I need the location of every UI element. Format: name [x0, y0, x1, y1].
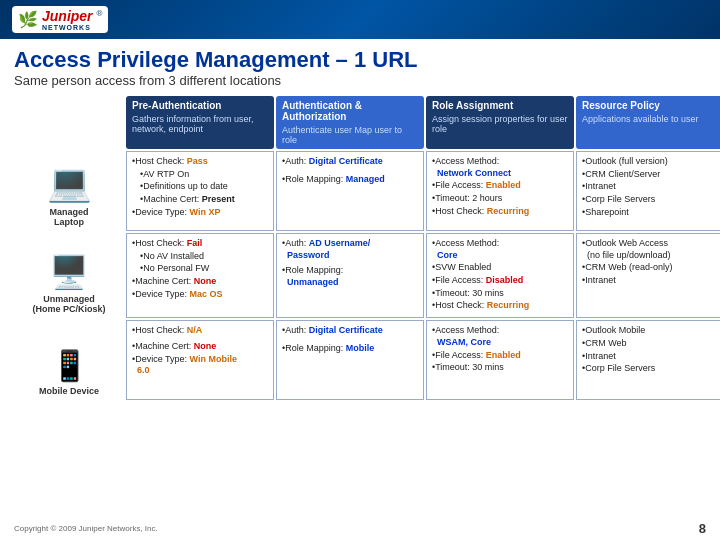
header-spacer — [14, 96, 124, 149]
sub-title: Same person access from 3 different loca… — [14, 73, 706, 88]
mobile-icon: 📱 — [51, 348, 88, 383]
auth-mobile: •Auth: Digital Certificate •Role Mapping… — [276, 320, 424, 400]
resource-mobile: •Outlook Mobile •CRM Web •Intranet •Corp… — [576, 320, 720, 400]
role-unmanaged: •Access Method: Core •SVW Enabled •File … — [426, 233, 574, 318]
resource-managed: •Outlook (full version) •CRM Client/Serv… — [576, 151, 720, 231]
col-header-role: Role Assignment Assign session propertie… — [426, 96, 574, 149]
role-mobile: •Access Method: WSAM, Core •File Access:… — [426, 320, 574, 400]
content-area: Pre-Authentication Gathers information f… — [0, 92, 720, 404]
laptop-icon: 💻 — [47, 162, 92, 204]
title-section: Access Privilege Management – 1 URL Same… — [0, 39, 720, 92]
copyright-text: Copyright © 2009 Juniper Networks, Inc. — [14, 524, 158, 533]
device-managed-laptop: 💻 ManagedLaptop — [14, 151, 124, 231]
col-header-pre-auth: Pre-Authentication Gathers information f… — [126, 96, 274, 149]
desktop-icon: 🖥️ — [49, 253, 89, 291]
role-managed: •Access Method: Network Connect •File Ac… — [426, 151, 574, 231]
device-label: Unmanaged(Home PC/Kiosk) — [32, 294, 105, 314]
header-bar: 🌿 Juniper NETWORKS ® — [0, 0, 720, 39]
table-row: 🖥️ Unmanaged(Home PC/Kiosk) •Host Check:… — [14, 233, 706, 318]
column-headers: Pre-Authentication Gathers information f… — [14, 96, 706, 149]
logo-text: Juniper — [42, 8, 93, 24]
device-label: Mobile Device — [39, 386, 99, 396]
col-header-resource: Resource Policy Applications available t… — [576, 96, 720, 149]
table-row: 💻 ManagedLaptop •Host Check: Pass •AV RT… — [14, 151, 706, 231]
leaf-icon: 🌿 — [18, 10, 38, 29]
rows-area: 💻 ManagedLaptop •Host Check: Pass •AV RT… — [14, 151, 706, 400]
col-header-auth: Authentication & Authorization Authentic… — [276, 96, 424, 149]
pre-auth-managed: •Host Check: Pass •AV RTP On •Definition… — [126, 151, 274, 231]
device-mobile: 📱 Mobile Device — [14, 320, 124, 400]
footer: Copyright © 2009 Juniper Networks, Inc. … — [14, 521, 706, 536]
device-unmanaged: 🖥️ Unmanaged(Home PC/Kiosk) — [14, 233, 124, 318]
pre-auth-mobile: •Host Check: N/A •Machine Cert: None •De… — [126, 320, 274, 400]
logo-sub: NETWORKS — [42, 24, 93, 31]
auth-managed: •Auth: Digital Certificate •Role Mapping… — [276, 151, 424, 231]
pre-auth-unmanaged: •Host Check: Fail •No AV Installed •No P… — [126, 233, 274, 318]
page-number: 8 — [699, 521, 706, 536]
table-row: 📱 Mobile Device •Host Check: N/A •Machin… — [14, 320, 706, 400]
resource-unmanaged: •Outlook Web Access (no file up/download… — [576, 233, 720, 318]
registered-mark: ® — [97, 9, 103, 18]
logo: 🌿 Juniper NETWORKS ® — [12, 6, 108, 33]
main-title: Access Privilege Management – 1 URL — [14, 47, 706, 73]
device-label: ManagedLaptop — [49, 207, 88, 227]
auth-unmanaged: •Auth: AD Username/ Password •Role Mappi… — [276, 233, 424, 318]
